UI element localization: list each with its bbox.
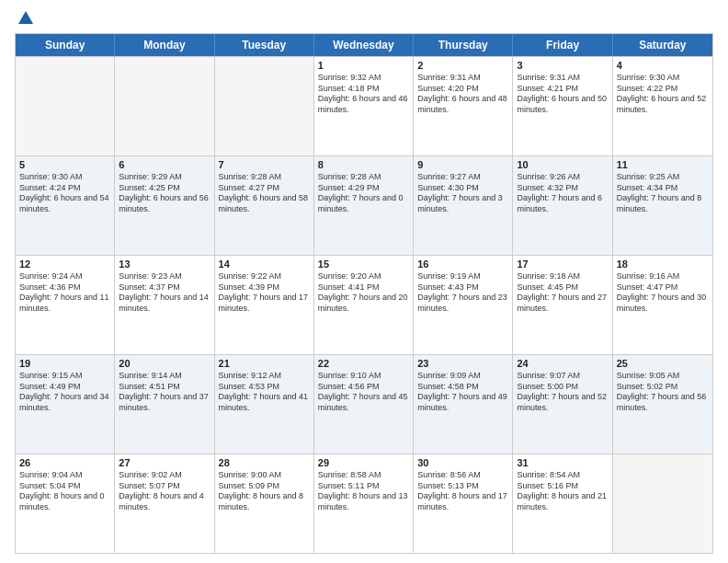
- calendar-cell: 12Sunrise: 9:24 AMSunset: 4:36 PMDayligh…: [16, 256, 115, 354]
- calendar-cell: 23Sunrise: 9:09 AMSunset: 4:58 PMDayligh…: [414, 355, 513, 454]
- calendar-cell: [613, 454, 712, 553]
- daylight-text: Daylight: 6 hours and 48 minutes.: [417, 94, 508, 115]
- calendar-cell: 3Sunrise: 9:31 AMSunset: 4:21 PMDaylight…: [513, 57, 612, 155]
- sunrise-text: Sunrise: 9:29 AM: [119, 172, 210, 183]
- sunrise-text: Sunrise: 8:58 AM: [318, 470, 409, 481]
- daylight-text: Daylight: 7 hours and 23 minutes.: [417, 293, 508, 314]
- sunset-text: Sunset: 4:41 PM: [318, 282, 409, 293]
- day-number: 14: [219, 259, 310, 270]
- weekday-header: Friday: [513, 34, 612, 56]
- sunrise-text: Sunrise: 9:20 AM: [318, 271, 409, 282]
- day-number: 9: [417, 159, 508, 170]
- sunset-text: Sunset: 4:21 PM: [517, 84, 608, 95]
- daylight-text: Daylight: 6 hours and 46 minutes.: [318, 94, 409, 115]
- sunset-text: Sunset: 4:32 PM: [517, 183, 608, 194]
- sunset-text: Sunset: 4:24 PM: [19, 183, 110, 194]
- sunset-text: Sunset: 4:36 PM: [19, 282, 110, 293]
- calendar-cell: 15Sunrise: 9:20 AMSunset: 4:41 PMDayligh…: [314, 256, 414, 354]
- daylight-text: Daylight: 7 hours and 20 minutes.: [318, 293, 409, 314]
- daylight-text: Daylight: 7 hours and 56 minutes.: [617, 392, 709, 413]
- daylight-text: Daylight: 6 hours and 58 minutes.: [219, 193, 310, 214]
- daylight-text: Daylight: 7 hours and 52 minutes.: [517, 392, 608, 413]
- calendar-cell: 5Sunrise: 9:30 AMSunset: 4:24 PMDaylight…: [16, 156, 115, 255]
- sunset-text: Sunset: 4:22 PM: [617, 84, 709, 95]
- sunset-text: Sunset: 4:45 PM: [517, 282, 608, 293]
- sunrise-text: Sunrise: 9:24 AM: [19, 271, 110, 282]
- calendar-cell: 22Sunrise: 9:10 AMSunset: 4:56 PMDayligh…: [314, 355, 414, 454]
- daylight-text: Daylight: 7 hours and 17 minutes.: [219, 293, 310, 314]
- day-number: 23: [417, 358, 508, 369]
- header: [15, 15, 713, 26]
- day-number: 15: [318, 259, 409, 270]
- sunset-text: Sunset: 4:56 PM: [318, 382, 409, 393]
- day-number: 1: [318, 60, 409, 71]
- sunset-text: Sunset: 4:25 PM: [119, 183, 210, 194]
- calendar-row: 19Sunrise: 9:15 AMSunset: 4:49 PMDayligh…: [16, 354, 712, 454]
- daylight-text: Daylight: 7 hours and 8 minutes.: [617, 193, 709, 214]
- calendar-cell: 14Sunrise: 9:22 AMSunset: 4:39 PMDayligh…: [215, 256, 314, 354]
- sunset-text: Sunset: 4:20 PM: [417, 84, 508, 95]
- daylight-text: Daylight: 8 hours and 21 minutes.: [517, 491, 608, 512]
- calendar-cell: [115, 57, 214, 155]
- weekday-header: Monday: [115, 34, 214, 56]
- day-number: 16: [417, 259, 508, 270]
- daylight-text: Daylight: 7 hours and 30 minutes.: [617, 293, 709, 314]
- svg-marker-0: [18, 11, 33, 24]
- logo: [15, 15, 35, 26]
- daylight-text: Daylight: 8 hours and 8 minutes.: [219, 491, 310, 512]
- day-number: 6: [119, 159, 210, 170]
- sunrise-text: Sunrise: 9:25 AM: [617, 172, 709, 183]
- day-number: 31: [517, 457, 608, 468]
- daylight-text: Daylight: 7 hours and 14 minutes.: [119, 293, 210, 314]
- daylight-text: Daylight: 7 hours and 34 minutes.: [19, 392, 110, 413]
- sunrise-text: Sunrise: 9:02 AM: [119, 470, 210, 481]
- page: SundayMondayTuesdayWednesdayThursdayFrid…: [0, 0, 728, 563]
- calendar-cell: 8Sunrise: 9:28 AMSunset: 4:29 PMDaylight…: [314, 156, 414, 255]
- weekday-header: Sunday: [16, 34, 115, 56]
- sunrise-text: Sunrise: 9:31 AM: [417, 73, 508, 84]
- daylight-text: Daylight: 8 hours and 13 minutes.: [318, 491, 409, 512]
- sunrise-text: Sunrise: 9:00 AM: [219, 470, 310, 481]
- daylight-text: Daylight: 7 hours and 41 minutes.: [219, 392, 310, 413]
- day-number: 17: [517, 259, 608, 270]
- sunrise-text: Sunrise: 9:14 AM: [119, 371, 210, 382]
- sunset-text: Sunset: 5:07 PM: [119, 481, 210, 492]
- sunset-text: Sunset: 4:47 PM: [617, 282, 709, 293]
- calendar-cell: 25Sunrise: 9:05 AMSunset: 5:02 PMDayligh…: [613, 355, 712, 454]
- daylight-text: Daylight: 7 hours and 3 minutes.: [417, 193, 508, 214]
- calendar-cell: [16, 57, 115, 155]
- calendar-cell: 6Sunrise: 9:29 AMSunset: 4:25 PMDaylight…: [115, 156, 214, 255]
- calendar-cell: 2Sunrise: 9:31 AMSunset: 4:20 PMDaylight…: [414, 57, 513, 155]
- calendar-cell: 17Sunrise: 9:18 AMSunset: 4:45 PMDayligh…: [513, 256, 612, 354]
- daylight-text: Daylight: 7 hours and 37 minutes.: [119, 392, 210, 413]
- sunrise-text: Sunrise: 9:09 AM: [417, 371, 508, 382]
- daylight-text: Daylight: 8 hours and 17 minutes.: [417, 491, 508, 512]
- sunrise-text: Sunrise: 9:04 AM: [19, 470, 110, 481]
- sunset-text: Sunset: 4:58 PM: [417, 382, 508, 393]
- calendar-cell: 4Sunrise: 9:30 AMSunset: 4:22 PMDaylight…: [613, 57, 712, 155]
- day-number: 26: [19, 457, 110, 468]
- sunset-text: Sunset: 4:27 PM: [219, 183, 310, 194]
- daylight-text: Daylight: 6 hours and 54 minutes.: [19, 193, 110, 214]
- daylight-text: Daylight: 7 hours and 49 minutes.: [417, 392, 508, 413]
- calendar-cell: 13Sunrise: 9:23 AMSunset: 4:37 PMDayligh…: [115, 256, 214, 354]
- sunrise-text: Sunrise: 9:23 AM: [119, 271, 210, 282]
- day-number: 24: [517, 358, 608, 369]
- day-number: 29: [318, 457, 409, 468]
- sunrise-text: Sunrise: 9:31 AM: [517, 73, 608, 84]
- sunset-text: Sunset: 5:00 PM: [517, 382, 608, 393]
- sunrise-text: Sunrise: 8:56 AM: [417, 470, 508, 481]
- sunset-text: Sunset: 4:18 PM: [318, 84, 409, 95]
- calendar-cell: 27Sunrise: 9:02 AMSunset: 5:07 PMDayligh…: [115, 454, 214, 553]
- sunset-text: Sunset: 4:51 PM: [119, 382, 210, 393]
- day-number: 2: [417, 60, 508, 71]
- calendar-cell: 29Sunrise: 8:58 AMSunset: 5:11 PMDayligh…: [314, 454, 414, 553]
- sunset-text: Sunset: 4:43 PM: [417, 282, 508, 293]
- day-number: 18: [617, 259, 709, 270]
- weekday-header: Wednesday: [314, 34, 414, 56]
- sunset-text: Sunset: 4:30 PM: [417, 183, 508, 194]
- daylight-text: Daylight: 6 hours and 50 minutes.: [517, 94, 608, 115]
- day-number: 22: [318, 358, 409, 369]
- sunrise-text: Sunrise: 9:10 AM: [318, 371, 409, 382]
- sunrise-text: Sunrise: 9:16 AM: [617, 271, 709, 282]
